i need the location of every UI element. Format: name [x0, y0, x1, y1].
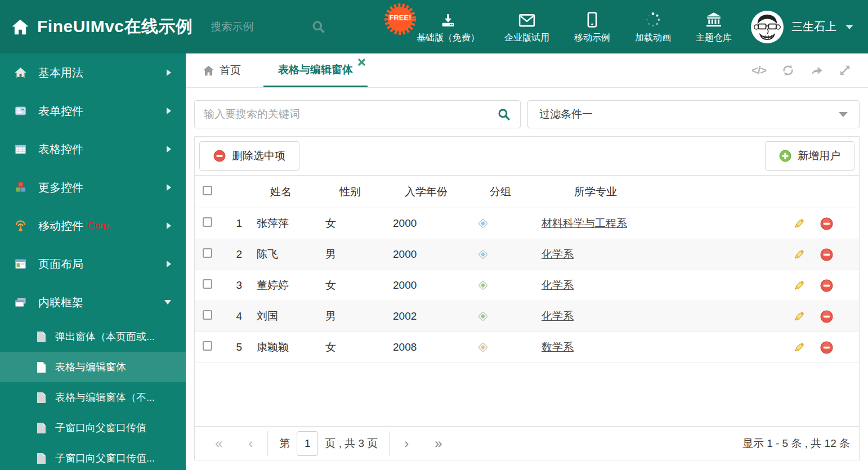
first-page-button[interactable]: « [212, 437, 226, 450]
table-row: 2 陈飞 男 2000 化学系 [195, 239, 859, 270]
cell-name: 康颖颖 [247, 340, 315, 355]
nav-label: 企业版试用 [504, 32, 549, 44]
sidebar-item-inline-frame[interactable]: 内联框架 [0, 283, 186, 321]
major-link[interactable]: 化学系 [542, 279, 574, 291]
free-badge-label: FREE! [384, 14, 417, 22]
delete-row-icon[interactable] [820, 279, 833, 292]
sidebar-item-page-layout[interactable]: 页面布局 [0, 245, 186, 283]
row-checkbox[interactable] [203, 341, 212, 351]
nav-item-theme-store[interactable]: 主题仓库 [696, 10, 732, 44]
sidebar-subitem-grid-edit-window[interactable]: 表格与编辑窗体 [0, 352, 186, 382]
page-number-input[interactable] [297, 431, 318, 456]
cell-year: 2002 [385, 310, 467, 323]
major-link[interactable]: 数学系 [542, 341, 574, 353]
chevron-down-icon [845, 25, 853, 29]
cell-year: 2008 [385, 341, 467, 353]
edit-pencil-icon[interactable] [793, 310, 806, 323]
edit-pencil-icon[interactable] [793, 279, 806, 292]
sidebar-subitem-grid-edit-window-2[interactable]: 表格与编辑窗体（不... [0, 382, 186, 413]
row-checkbox[interactable] [203, 310, 212, 320]
download-icon [440, 10, 456, 28]
edit-pencil-icon[interactable] [793, 217, 806, 230]
edit-pencil-icon[interactable] [793, 341, 806, 354]
search-icon[interactable] [311, 20, 326, 34]
column-header-year[interactable]: 入学年份 [385, 185, 467, 199]
source-code-icon[interactable]: </> [751, 64, 766, 77]
home-logo-icon[interactable] [11, 19, 29, 35]
user-menu[interactable]: 三生石上 [751, 11, 868, 43]
chevron-right-icon [167, 108, 171, 114]
row-checkbox[interactable] [203, 279, 212, 289]
layout-icon [14, 258, 27, 270]
nav-item-enterprise-trial[interactable]: 企业版试用 [504, 10, 549, 44]
row-checkbox[interactable] [203, 248, 212, 258]
divider [389, 431, 390, 456]
file-icon [36, 331, 46, 343]
cell-name: 张萍萍 [247, 216, 315, 231]
table-icon [14, 143, 27, 155]
nav-item-basic-free[interactable]: FREE! 基础版（免费） [417, 10, 480, 44]
open-new-window-icon[interactable] [810, 64, 824, 77]
divider [267, 431, 268, 456]
tab-grid-edit-window[interactable]: 表格与编辑窗体 [263, 53, 368, 87]
nav-item-mobile-demo[interactable]: 移动示例 [574, 10, 610, 44]
delete-selected-button[interactable]: 删除选中项 [199, 141, 299, 171]
sidebar-item-form-controls[interactable]: 表单控件 [0, 92, 186, 130]
delete-row-icon[interactable] [820, 310, 833, 323]
delete-row-icon[interactable] [820, 341, 833, 354]
next-page-button[interactable]: › [401, 437, 412, 450]
mobile-icon [587, 10, 597, 28]
sidebar-subitem-child-to-parent-2[interactable]: 子窗口向父窗口传值... [0, 443, 186, 470]
refresh-icon[interactable] [781, 64, 795, 77]
sidebar-item-grid-controls[interactable]: 表格控件 [0, 130, 186, 168]
plus-circle-icon [779, 150, 791, 162]
grid-panel: 删除选中项 新增用户 姓名 性别 入学年份 分组 所学专业 [194, 136, 860, 460]
select-all-checkbox[interactable] [203, 186, 212, 195]
column-header-group[interactable]: 分组 [467, 185, 534, 199]
keyword-search-input[interactable] [204, 108, 497, 120]
search-icon[interactable] [497, 108, 511, 122]
table-header: 姓名 性别 入学年份 分组 所学专业 [195, 176, 859, 208]
row-number: 3 [222, 279, 247, 292]
column-header-major[interactable]: 所学专业 [534, 185, 657, 199]
chevron-down-icon [164, 300, 171, 305]
antenna-icon [14, 220, 27, 232]
major-link[interactable]: 化学系 [542, 310, 574, 322]
chevron-right-icon [167, 146, 171, 153]
major-link[interactable]: 材料科学与工程系 [542, 217, 627, 229]
chevron-right-icon [167, 184, 171, 191]
delete-row-icon[interactable] [820, 248, 833, 261]
sidebar-item-mobile-controls[interactable]: 移动控件 Corp. [0, 207, 186, 245]
corp-badge: Corp. [88, 220, 111, 231]
close-icon[interactable] [358, 59, 365, 66]
sidebar-item-more-controls[interactable]: 更多控件 [0, 168, 186, 207]
header-search-input[interactable] [211, 21, 296, 33]
nav-label: 加载动画 [635, 32, 671, 44]
filter-dropdown[interactable]: 过滤条件一 [527, 100, 860, 128]
sidebar-subitem-child-to-parent[interactable]: 子窗口向父窗口传值 [0, 413, 186, 443]
tab-bar: 首页 表格与编辑窗体 </> [186, 53, 868, 88]
prev-page-button[interactable]: ‹ [245, 437, 256, 450]
tag-icon [477, 342, 489, 353]
cell-name: 陈飞 [247, 247, 315, 262]
record-count-summary: 显示 1 - 5 条 , 共 12 条 [742, 436, 850, 451]
keyword-search-box [194, 100, 521, 128]
row-checkbox[interactable] [203, 217, 212, 227]
tag-icon [477, 249, 489, 260]
add-user-button[interactable]: 新增用户 [765, 141, 854, 171]
sidebar-subitem-popup-window[interactable]: 弹出窗体（本页面或... [0, 321, 186, 352]
row-number: 4 [222, 310, 247, 323]
edit-pencil-icon[interactable] [793, 248, 806, 261]
free-badge: FREE! [384, 3, 417, 35]
tab-home[interactable]: 首页 [203, 53, 241, 87]
page-suffix: 页 , 共 3 页 [325, 436, 378, 451]
last-page-button[interactable]: » [431, 437, 445, 450]
cell-year: 2000 [385, 217, 467, 230]
maximize-icon[interactable] [839, 64, 851, 77]
column-header-name[interactable]: 姓名 [247, 185, 315, 199]
delete-row-icon[interactable] [820, 217, 833, 230]
column-header-gender[interactable]: 性别 [315, 185, 385, 199]
nav-item-loading-animations[interactable]: 加载动画 [635, 10, 671, 44]
major-link[interactable]: 化学系 [542, 248, 574, 260]
sidebar-item-basic-usage[interactable]: 基本用法 [0, 53, 186, 92]
